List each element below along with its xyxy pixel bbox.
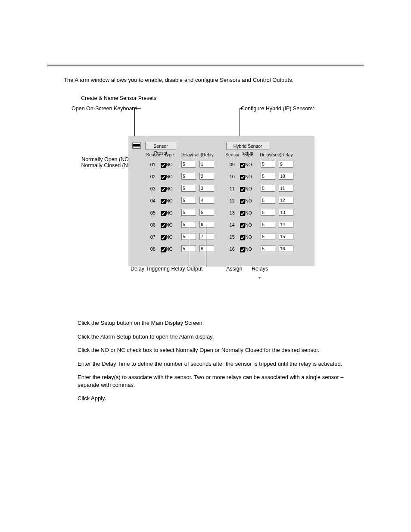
relay-input[interactable] [199, 185, 214, 192]
sensor-number: 01 [147, 162, 156, 167]
relay-input[interactable] [199, 221, 214, 228]
sensor-number: 07 [147, 234, 156, 240]
keyboard-icon[interactable] [132, 143, 141, 149]
line [148, 98, 154, 98]
relay-input[interactable] [199, 197, 214, 204]
line [134, 108, 141, 109]
delay-input[interactable] [261, 245, 275, 252]
relay-input[interactable] [279, 245, 293, 252]
sensor-number: 12 [226, 198, 235, 203]
sensor-number: 10 [226, 174, 235, 179]
col-sensor-r: Sensor [225, 152, 240, 157]
relay-input[interactable] [279, 221, 293, 228]
sensor-type-checkbox[interactable] [240, 175, 245, 180]
relay-input[interactable] [279, 197, 293, 204]
relay-input[interactable] [279, 233, 293, 240]
sensor-number: 09 [226, 162, 235, 167]
sensor-number: 05 [147, 210, 156, 215]
sensor-number: 06 [147, 222, 156, 227]
sensor-type-label: NO [166, 186, 173, 191]
sensor-type-checkbox[interactable] [161, 163, 166, 168]
sensor-type-label: NO [166, 222, 173, 227]
sensor-type-checkbox[interactable] [240, 223, 245, 228]
callout-assign: Assign [226, 266, 243, 272]
relay-input[interactable] [279, 209, 293, 216]
relay-input[interactable] [279, 161, 293, 168]
delay-input[interactable] [261, 197, 275, 204]
callout-asterisk: * [258, 276, 261, 282]
delay-input[interactable] [181, 209, 196, 216]
sensor-type-label: NO [166, 234, 173, 240]
delay-input[interactable] [261, 221, 275, 228]
sensor-type-checkbox[interactable] [161, 187, 166, 192]
col-relay: Relay [202, 152, 214, 157]
sensor-type-label: NO [245, 234, 252, 240]
relay-input[interactable] [199, 161, 214, 168]
callout-create-preset: Create & Name Sensor Presets [81, 95, 156, 101]
nonc-line2: Normally Closed (NC) [81, 162, 134, 168]
sensor-type-checkbox[interactable] [161, 211, 166, 216]
sensor-number: 08 [147, 246, 156, 252]
alarm-panel: Sensor Preset Hybrid Sensor setup Sensor… [128, 136, 314, 266]
sensor-type-checkbox[interactable] [240, 235, 245, 240]
sensor-type-label: NO [166, 162, 173, 167]
sensor-type-checkbox[interactable] [240, 187, 245, 192]
diagram: Create & Name Sensor Presets Open On-Scr… [64, 95, 374, 285]
col-sensor: Sensor [146, 152, 160, 157]
instruction-step: Enter the relay(s) to associate with the… [78, 373, 359, 389]
sensor-number: 11 [226, 186, 235, 191]
sensor-type-checkbox[interactable] [161, 175, 166, 180]
sensor-type-label: NO [245, 174, 252, 179]
sensor-type-checkbox[interactable] [240, 211, 245, 216]
line [189, 267, 201, 267]
sensor-number: 04 [147, 198, 156, 203]
instruction-step: Enter the Delay Time to define the numbe… [78, 360, 359, 368]
delay-input[interactable] [181, 161, 196, 168]
sensor-type-label: NO [166, 198, 173, 203]
sensor-type-label: NO [166, 174, 173, 179]
sensor-type-checkbox[interactable] [240, 199, 245, 204]
col-relay-r: Relay [281, 152, 293, 157]
delay-input[interactable] [181, 185, 196, 192]
sensor-type-checkbox[interactable] [161, 247, 166, 252]
sensor-number: 03 [147, 186, 156, 191]
sensor-type-checkbox[interactable] [240, 247, 245, 252]
sensor-type-label: NO [245, 222, 252, 227]
instructions: Click the Setup button on the Main Displ… [78, 319, 359, 402]
relay-input[interactable] [199, 209, 214, 216]
sensor-type-checkbox[interactable] [161, 235, 166, 240]
delay-input[interactable] [181, 173, 196, 180]
delay-input[interactable] [261, 209, 275, 216]
sensor-type-checkbox[interactable] [240, 163, 245, 168]
nonc-line1: Normally Open (NO) / [81, 156, 134, 162]
line [240, 108, 243, 109]
relay-input[interactable] [279, 185, 293, 192]
relay-input[interactable] [199, 233, 214, 240]
instruction-step: Click the Setup button on the Main Displ… [78, 319, 359, 327]
sensor-type-label: NO [245, 162, 252, 167]
delay-input[interactable] [261, 233, 275, 240]
sensor-type-checkbox[interactable] [161, 199, 166, 204]
hybrid-sensor-setup-button[interactable]: Hybrid Sensor setup [226, 142, 269, 149]
sensor-type-label: NO [245, 210, 252, 215]
sensor-preset-button[interactable]: Sensor Preset [145, 142, 176, 149]
relay-input[interactable] [199, 245, 214, 252]
sensor-type-label: NO [245, 198, 252, 203]
delay-input[interactable] [261, 161, 275, 168]
callout-configure-hybrid: Configure Hybrid (IP) Sensors* [241, 106, 315, 112]
line [148, 98, 148, 141]
sensor-type-label: NO [166, 210, 173, 215]
relay-input[interactable] [279, 173, 293, 180]
line [189, 224, 189, 267]
delay-input[interactable] [261, 185, 275, 192]
delay-input[interactable] [181, 197, 196, 204]
horizontal-rule [47, 65, 364, 66]
callout-open-keyboard: Open On-Screen Keyboard [72, 106, 137, 112]
sensor-type-checkbox[interactable] [161, 223, 166, 228]
col-delay: Delay(sec) [181, 152, 202, 157]
col-type: Type [164, 152, 174, 157]
line [206, 224, 206, 267]
col-delay-r: Delay(sec) [260, 152, 281, 157]
delay-input[interactable] [261, 173, 275, 180]
relay-input[interactable] [199, 173, 214, 180]
